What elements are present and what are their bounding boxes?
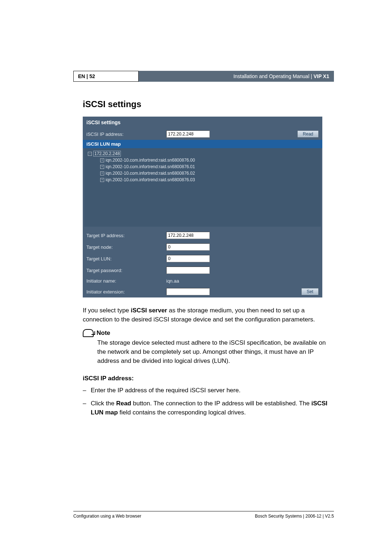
tree-item[interactable]: +iqn.2002-10.com.infortrend:raid.sn68008… bbox=[88, 157, 317, 163]
section-title: iSCSI settings bbox=[73, 99, 334, 109]
target-lun-row: Target LUN: 0 bbox=[83, 253, 322, 264]
tree-item-label: iqn.2002-10.com.infortrend:raid.sn680087… bbox=[106, 158, 195, 163]
list-item-mid: button. The connection to the IP address… bbox=[131, 400, 311, 407]
tree-item[interactable]: +iqn.2002-10.com.infortrend:raid.sn68008… bbox=[88, 177, 317, 183]
target-node-row: Target node: 0 bbox=[83, 241, 322, 253]
collapse-icon[interactable]: − bbox=[88, 152, 92, 156]
target-password-label: Target password: bbox=[86, 268, 166, 273]
tree-item[interactable]: +iqn.2002-10.com.infortrend:raid.sn68008… bbox=[88, 163, 317, 170]
tree-root[interactable]: −172.20.2.248 bbox=[88, 150, 121, 157]
footer-left: Configuration using a Web browser bbox=[73, 514, 141, 519]
target-lun-input[interactable]: 0 bbox=[166, 255, 210, 262]
initiator-name-value: iqn.aa bbox=[166, 278, 179, 284]
expand-icon[interactable]: + bbox=[100, 165, 104, 169]
iscsi-ip-label: iSCSI IP address: bbox=[86, 131, 166, 137]
target-ip-row: Target IP address: 172.20.2.248 bbox=[83, 230, 322, 241]
intro-paragraph: If you select type iSCSI server as the s… bbox=[83, 306, 334, 324]
intro-bold: iSCSI server bbox=[131, 307, 167, 314]
initiator-ext-input[interactable] bbox=[166, 288, 210, 295]
list-item-bold: Read bbox=[116, 400, 131, 407]
tree-item-label: iqn.2002-10.com.infortrend:raid.sn680087… bbox=[106, 164, 195, 169]
iscsi-settings-panel: iSCSI settings iSCSI IP address: 172.20.… bbox=[83, 117, 322, 297]
list-item: Click the Read button. The connection to… bbox=[83, 399, 334, 417]
tree-item-label: iqn.2002-10.com.infortrend:raid.sn680087… bbox=[106, 171, 195, 176]
lun-map-tree[interactable]: −172.20.2.248 +iqn.2002-10.com.infortren… bbox=[84, 148, 321, 227]
list-item-text: Enter the IP address of the required iSC… bbox=[91, 387, 241, 394]
expand-icon[interactable]: + bbox=[100, 178, 104, 182]
list-item-post: field contains the corresponding logical… bbox=[118, 409, 246, 416]
tree-item-label: iqn.2002-10.com.infortrend:raid.sn680087… bbox=[106, 177, 195, 182]
note-body: The storage device selected must adhere … bbox=[97, 339, 334, 365]
target-node-input[interactable]: 0 bbox=[166, 243, 210, 251]
target-ip-input[interactable]: 172.20.2.248 bbox=[166, 232, 210, 239]
header-page-number: EN | 52 bbox=[73, 71, 139, 82]
initiator-name-row: Initiator name: iqn.aa bbox=[83, 276, 322, 286]
lun-map-heading: iSCSI LUN map bbox=[83, 140, 322, 148]
header-manual-title: Installation and Operating Manual | VIP … bbox=[139, 71, 334, 82]
read-button[interactable]: Read bbox=[297, 130, 319, 138]
page-footer: Configuration using a Web browser Bosch … bbox=[73, 511, 334, 519]
expand-icon[interactable]: + bbox=[100, 171, 104, 175]
note-heading: Note bbox=[97, 329, 110, 337]
header-product: VIP X1 bbox=[314, 73, 329, 79]
note-icon bbox=[83, 329, 94, 337]
header-title-prefix: Installation and Operating Manual | bbox=[233, 73, 314, 79]
target-ip-label: Target IP address: bbox=[86, 233, 166, 238]
iscsi-ip-row: iSCSI IP address: 172.20.2.248 Read bbox=[83, 128, 322, 140]
initiator-ext-row: Initiator extension: Set bbox=[83, 286, 322, 297]
list-item: Enter the IP address of the required iSC… bbox=[83, 386, 334, 395]
target-node-label: Target node: bbox=[86, 244, 166, 250]
page-header: EN | 52 Installation and Operating Manua… bbox=[73, 71, 334, 82]
target-lun-label: Target LUN: bbox=[86, 256, 166, 262]
iscsi-ip-input[interactable]: 172.20.2.248 bbox=[166, 130, 210, 138]
note-block: Note The storage device selected must ad… bbox=[83, 329, 334, 365]
set-button[interactable]: Set bbox=[301, 288, 319, 295]
initiator-ext-label: Initiator extension: bbox=[86, 289, 166, 295]
instruction-list: Enter the IP address of the required iSC… bbox=[83, 386, 334, 417]
tree-item[interactable]: +iqn.2002-10.com.infortrend:raid.sn68008… bbox=[88, 170, 317, 177]
list-item-pre: Click the bbox=[91, 400, 116, 407]
tree-root-label[interactable]: 172.20.2.248 bbox=[93, 151, 121, 157]
target-password-input[interactable] bbox=[166, 267, 210, 274]
initiator-name-label: Initiator name: bbox=[86, 278, 166, 284]
iscsi-ip-subheading: iSCSI IP address: bbox=[83, 375, 334, 382]
target-password-row: Target password: bbox=[83, 264, 322, 276]
expand-icon[interactable]: + bbox=[100, 158, 104, 162]
panel-heading: iSCSI settings bbox=[83, 117, 322, 128]
footer-right: Bosch Security Systems | 2006-12 | V2.5 bbox=[255, 514, 334, 519]
intro-pre: If you select type bbox=[83, 307, 131, 314]
